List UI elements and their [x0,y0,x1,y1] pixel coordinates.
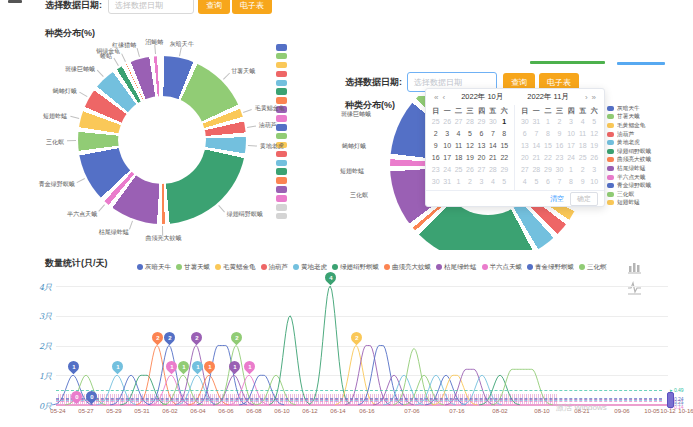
calendar-day[interactable]: 13 [476,140,487,152]
legend-item[interactable]: 枯尾绿蚱蜢 [607,164,653,173]
calendar-day[interactable]: 11 [577,128,589,140]
confirm-button[interactable]: 确定 [570,192,598,206]
calendar-day[interactable]: 27 [476,164,487,176]
calendar-day[interactable]: 30 [430,176,441,188]
legend-item[interactable]: 甘薯天蛾 [607,113,653,122]
calendar-day[interactable]: 31 [531,116,543,128]
calendar-day[interactable]: 3 [476,176,487,188]
calendar-day[interactable]: 22 [542,152,554,164]
calendar-day[interactable]: 20 [476,152,487,164]
legend-swatch[interactable] [276,177,287,184]
calendar-day[interactable]: 5 [464,128,475,140]
calendar-day[interactable]: 16 [430,152,441,164]
calendar-day[interactable]: 18 [453,152,464,164]
calendar-day[interactable]: 16 [554,140,566,152]
calendar-day[interactable]: 5 [588,116,600,128]
legend-item[interactable]: 灰暗天牛 [137,263,171,272]
calendar-day[interactable]: 28 [464,116,475,128]
next-month-icon[interactable]: › [583,93,590,102]
calendar-day[interactable]: 29 [542,164,554,176]
calendar-day[interactable]: 23 [554,152,566,164]
calendar-day[interactable]: 27 [453,116,464,128]
calendar-day[interactable]: 26 [588,152,600,164]
legend-item[interactable]: 甘薯天蛾 [176,263,210,272]
calendar-day[interactable]: 19 [464,152,475,164]
calendar-day[interactable]: 19 [588,140,600,152]
calendar-day[interactable]: 1 [499,116,510,128]
legend-swatch[interactable] [276,44,287,51]
calendar-day[interactable]: 21 [487,152,498,164]
calendar-day[interactable]: 17 [565,140,577,152]
legend-swatch[interactable] [276,71,287,78]
calendar-day[interactable]: 2 [464,176,475,188]
legend-item[interactable]: 曲须亮大蚊蛾 [384,263,431,272]
calendar-day[interactable]: 28 [487,164,498,176]
calendar-day[interactable]: 7 [531,128,543,140]
calendar-day[interactable]: 8 [565,176,577,188]
legend-item[interactable]: 油葫芦 [607,130,653,139]
bar-chart-icon[interactable] [627,259,643,275]
calendar-day[interactable]: 13 [519,140,531,152]
calendar-day[interactable]: 23 [430,164,441,176]
calendar-day[interactable]: 8 [542,128,554,140]
next-year-icon[interactable]: » [590,93,598,102]
legend-swatch[interactable] [276,80,287,87]
calendar-day[interactable]: 25 [453,164,464,176]
legend-item[interactable]: 毛黄鳃金龟 [215,263,256,272]
calendar-day[interactable]: 5 [499,176,510,188]
calendar-day[interactable]: 10 [588,176,600,188]
calendar-day[interactable]: 8 [499,128,510,140]
legend-swatch[interactable] [276,160,287,167]
calendar-day[interactable]: 10 [441,140,452,152]
calendar-day[interactable]: 12 [464,140,475,152]
calendar-day[interactable]: 6 [542,176,554,188]
calendar-day[interactable]: 7 [554,176,566,188]
legend-swatch[interactable] [276,115,287,122]
legend-item[interactable]: 绿翅绢野螟蛾 [332,263,379,272]
left-date-input[interactable]: 选择数据日期 [108,0,194,14]
legend-swatch[interactable] [276,195,287,202]
calendar-day[interactable]: 11 [453,140,464,152]
calendar-day[interactable]: 28 [531,164,543,176]
calendar-day[interactable]: 29 [476,116,487,128]
calendar-day[interactable]: 7 [487,128,498,140]
calendar-day[interactable]: 15 [499,140,510,152]
legend-item[interactable]: 三化螟 [579,263,607,272]
calendar-day[interactable]: 9 [554,128,566,140]
calendar-day[interactable]: 30 [554,164,566,176]
calendar-day[interactable]: 2 [430,128,441,140]
legend-swatch[interactable] [276,213,287,220]
calendar-day[interactable]: 26 [464,164,475,176]
calendar-day[interactable]: 4 [487,176,498,188]
calendar-day[interactable]: 1 [542,116,554,128]
calendar-day[interactable]: 3 [588,164,600,176]
legend-item[interactable]: 青金绿野螟蛾 [607,181,653,190]
calendar-day[interactable]: 20 [519,152,531,164]
calendar-day[interactable]: 25 [430,116,441,128]
calendar-day[interactable]: 22 [499,152,510,164]
calendar-day[interactable]: 6 [476,128,487,140]
calendar-day[interactable]: 9 [577,176,589,188]
calendar-day[interactable]: 15 [542,140,554,152]
calendar-day[interactable]: 24 [565,152,577,164]
legend-swatch[interactable] [276,168,287,175]
clear-button[interactable]: 清空 [550,194,564,204]
legend-item[interactable]: 枯尾绿蚱蜢 [436,263,477,272]
legend-item[interactable]: 曲须亮大蚊蛾 [607,156,653,165]
calendar-day[interactable]: 27 [519,164,531,176]
calendar-day[interactable]: 12 [588,128,600,140]
legend-item[interactable]: 油葫芦 [261,263,289,272]
prev-month-icon[interactable]: ‹ [440,93,447,102]
calendar-day[interactable]: 31 [441,176,452,188]
calendar-day[interactable]: 6 [519,128,531,140]
calendar-day[interactable]: 25 [577,152,589,164]
legend-swatch[interactable] [276,204,287,211]
calendar-day[interactable]: 26 [441,116,452,128]
legend-item[interactable]: 青金绿野螟蛾 [527,263,574,272]
calendar-day[interactable]: 5 [531,176,543,188]
calendar-day[interactable]: 30 [487,116,498,128]
calendar-day[interactable]: 14 [487,140,498,152]
legend-item[interactable]: 半六点天蛾 [482,263,523,272]
legend-item[interactable]: 毛黄鳃金龟 [607,121,653,130]
legend-swatch[interactable] [276,88,287,95]
